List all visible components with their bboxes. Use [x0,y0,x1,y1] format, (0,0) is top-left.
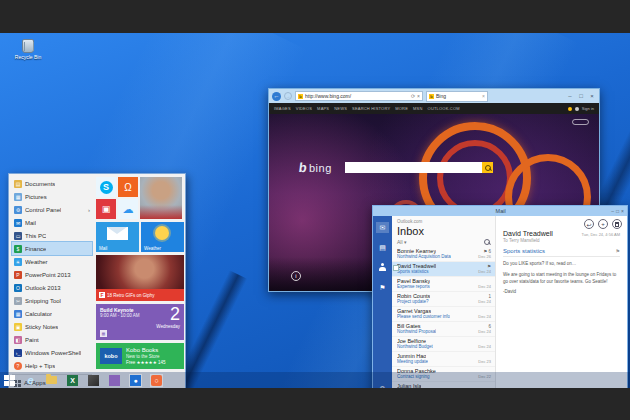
back-button[interactable]: ← [272,92,281,101]
tile-kobo-books[interactable]: kobo Kobo Books New to the Store Free ★★… [96,343,184,369]
item-label: Windows PowerShell [25,350,81,356]
windows-logo-icon [4,375,15,386]
inbox-icon[interactable]: ✉ [376,222,389,233]
nav-videos[interactable]: VIDEOS [296,106,312,111]
start-button[interactable] [4,375,15,386]
start-menu-item-weather[interactable]: ☀ Weather [12,255,92,268]
calendar-weekday: Wednesday [156,324,180,329]
item-label: Documents [25,181,55,187]
recycle-bin-shortcut[interactable]: Recycle Bin [8,39,48,60]
start-menu-item-mail[interactable]: ✉ Mail [12,216,92,229]
tile-camera-app[interactable]: ▣ [96,199,116,219]
nav-news[interactable]: NEWS [334,106,347,111]
item-label: Finance [25,246,46,252]
message-from: David Treadwell [503,230,553,237]
taskbar-photos[interactable] [88,375,99,386]
maximize-button[interactable]: □ [577,93,585,99]
minimize-button[interactable]: – [566,93,574,99]
tile-music-app[interactable]: Ω [118,177,138,197]
filter-dropdown[interactable]: All ▾ [397,239,406,245]
flag-icon[interactable]: ⚑ [376,282,389,293]
start-menu-item-this-pc[interactable]: ▭ This PC [12,229,92,242]
minimize-button[interactable]: – [611,208,614,214]
refresh-icon[interactable]: ⟳ [411,93,415,99]
start-menu-item-finance[interactable]: $ Finance [12,242,92,255]
respond-button[interactable]: ↩ [584,219,594,229]
start-menu-item-pictures[interactable]: ▦ Pictures [12,190,92,203]
bing-search-input[interactable] [345,162,482,173]
start-menu-item-calculator[interactable]: ▦ Calculator [12,307,92,320]
nav-search-history[interactable]: SEARCH HISTORY [352,106,390,111]
mail-list-item-selected[interactable]: David Treadwell⚑ Sports statisticsDec 24 [392,262,495,277]
nav-outlook[interactable]: OUTLOOK.COM [428,106,460,111]
browser-tab[interactable]: b Bing × [426,91,488,102]
start-menu-item-help-tips[interactable]: ? Help + Tips [12,359,92,372]
address-bar[interactable]: b http://www.bing.com/ ⟳ × [295,91,423,101]
sticky-notes-icon: ▣ [14,323,22,331]
forward-button[interactable]: → [284,92,292,100]
search-icon [485,165,491,171]
taskbar-blue-app[interactable]: ● [130,375,141,386]
message-date: Dec 26 [478,254,491,259]
start-menu-item-snipping-tool[interactable]: ✂ Snipping Tool [12,294,92,307]
start-menu-item-control-panel[interactable]: ⚙ Control Panel › [12,203,92,216]
message-to: To Terry Mansfield [503,238,620,243]
tile-contact-photo[interactable] [140,177,182,219]
bing-search-bar [345,162,493,173]
mail-list-item[interactable]: Garret Vargas Please send customer infoD… [392,307,495,322]
taskbar-help-tips[interactable]: ○ [151,375,162,386]
mail-list-item[interactable]: Pavel Bansky Expense reportsDec 24 [392,277,495,292]
new-message-button[interactable]: + [598,219,608,229]
start-menu-item-outlook[interactable]: O Outlook 2013 [12,281,92,294]
documents-icon: ▤ [14,180,22,188]
mail-list-item[interactable]: Junmin Hao Meeting updateDec 23 [392,352,495,367]
window-title: Mail [390,208,611,214]
taskbar-internet-explorer[interactable]: e [25,375,36,386]
start-menu-item-powerpoint[interactable]: P PowerPoint 2013 [12,268,92,281]
image-credit-pill[interactable] [572,119,589,125]
tile-mail[interactable]: Mail [96,222,139,252]
taskbar-excel[interactable]: X [67,375,78,386]
recycle-bin-label: Recycle Bin [8,54,48,60]
flag-icon[interactable]: ⚑ [616,248,620,254]
nav-msn[interactable]: MSN [413,106,423,111]
taskbar-store-app[interactable] [109,375,120,386]
close-button[interactable]: × [588,93,596,99]
mail-list-item[interactable]: Joe Belfiore Northwind BudgetDec 24 [392,337,495,352]
tile-sports-news[interactable]: F 18 Retro GIFs on Giphy [96,255,184,301]
start-menu-item-paint[interactable]: ◧ Paint [12,333,92,346]
bell-icon[interactable] [568,107,572,111]
start-menu-item-documents[interactable]: ▤ Documents [12,177,92,190]
start-menu-item-powershell[interactable]: ›_ Windows PowerShell [12,346,92,359]
tile-onedrive[interactable]: ☁ [118,199,138,219]
tile-calendar[interactable]: Build Keynote 9:00 AM - 10:00 AM 2 Wedne… [96,304,184,340]
tile-skype[interactable]: S [96,177,116,197]
cloud-icon: ☁ [123,203,134,216]
message-subject: Northwind Budget [397,344,433,349]
start-menu-item-sticky-notes[interactable]: ▣ Sticky Notes [12,320,92,333]
mail-list-item[interactable]: Robin Counts1 Project update?Dec 24 [392,292,495,307]
search-icon[interactable] [484,239,490,245]
mail-list-item[interactable]: Bill Gates6 Northwind ProposalDec 24 [392,322,495,337]
people-icon[interactable] [376,262,389,273]
delete-button[interactable] [612,219,622,229]
bing-search-button[interactable] [482,162,493,173]
tab-title: Bing [436,93,446,99]
nav-maps[interactable]: MAPS [317,106,329,111]
tile-weather[interactable]: Weather [141,222,184,252]
nav-images[interactable]: IMAGES [274,106,291,111]
body-paragraph: Do you LIKE sports? If so, read on… [503,261,620,268]
kobo-title: Kobo Books [126,347,165,355]
tab-close-icon[interactable]: × [482,93,485,99]
taskbar-file-explorer[interactable] [46,375,57,386]
mail-list-item[interactable]: Bonnie Kearney⚑ 6 Northwind Acquisition … [392,247,495,262]
folders-icon[interactable]: ▤ [376,242,389,253]
sign-in-link[interactable]: Sign in [582,106,594,111]
info-circle-icon[interactable]: i [291,271,301,281]
close-button[interactable]: × [621,208,624,214]
message-date: Dec 23 [478,359,491,364]
folder-icon [46,376,57,384]
stop-icon[interactable]: × [417,93,420,99]
maximize-button[interactable]: □ [616,208,619,214]
nav-more[interactable]: MORE [395,106,408,111]
